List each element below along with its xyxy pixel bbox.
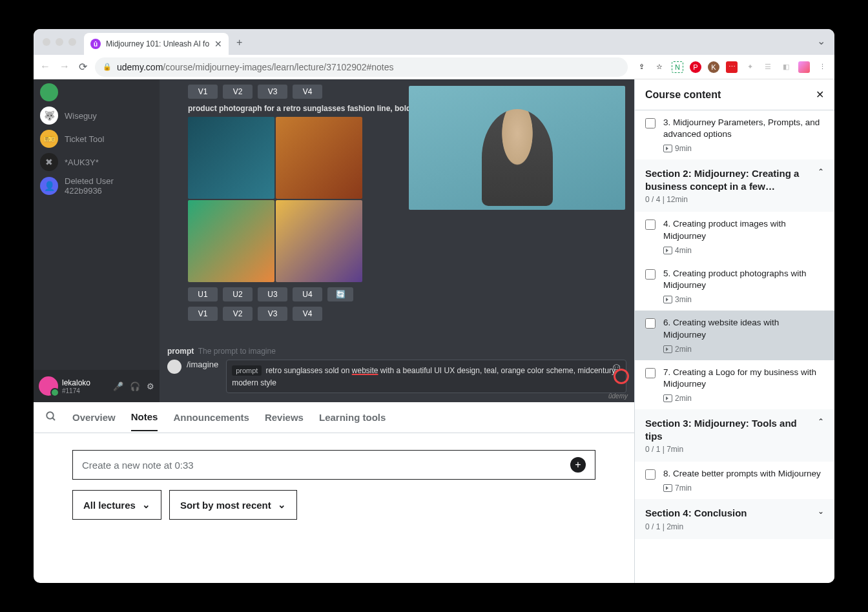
video-icon [663, 345, 672, 353]
chevron-down-icon: ⌄ [818, 507, 824, 516]
section-header[interactable]: Section 4: Conclusion⌄0 / 1 | 2min [635, 499, 834, 539]
lesson-duration: 3min [675, 295, 692, 304]
extension-k-icon[interactable]: K [708, 61, 719, 73]
lesson-title: 3. Midjourney Parameters, Prompts, and a… [663, 117, 824, 140]
tab-notes[interactable]: Notes [131, 403, 158, 431]
variation-button[interactable]: V2 [223, 85, 253, 99]
video-icon [663, 484, 672, 492]
discord-member-list: 🐺Wiseguy 🎫Ticket Tool ✖*AUK3Y* 👤Deleted … [34, 79, 160, 402]
browser-tab[interactable]: û Midjourney 101: Unleash AI fo ✕ [84, 33, 229, 55]
lesson-item[interactable]: 4. Creating product images with Midjourn… [635, 212, 834, 261]
prompt-tag: prompt [232, 365, 262, 376]
member-item[interactable]: 🎫Ticket Tool [34, 127, 160, 150]
lesson-checkbox[interactable] [645, 368, 656, 378]
reading-list-icon[interactable]: ☰ [762, 61, 774, 73]
lesson-duration: 9min [675, 144, 692, 153]
lesson-item[interactable]: 8. Create better prompts with Midjourney… [635, 462, 834, 499]
new-tab-button[interactable]: + [236, 37, 242, 48]
svg-point-0 [46, 412, 54, 419]
lesson-title: 6. Creating website ideas with Midjourne… [663, 317, 824, 340]
profile-avatar[interactable] [798, 61, 810, 73]
midjourney-grid[interactable] [188, 117, 362, 282]
notes-panel: Create a new note at 0:33 + All lectures… [34, 433, 634, 536]
url-domain: udemy.com [117, 62, 163, 72]
upscale-button[interactable]: U4 [293, 287, 322, 301]
upscale-button[interactable]: U2 [223, 287, 253, 301]
member-item[interactable]: 👤Deleted User 422b9936 [34, 174, 160, 198]
lesson-title: 4. Creating product images with Midjourn… [663, 218, 824, 241]
video-icon [663, 247, 672, 254]
back-button[interactable]: ← [40, 61, 50, 73]
tab-announcements[interactable]: Announcements [173, 404, 249, 431]
discord-user-panel: lekaloko #1174 🎤 🎧 ⚙ [34, 370, 160, 402]
section-title: Section 2: Midjourney: Creating a busine… [645, 167, 812, 192]
video-icon [663, 145, 672, 152]
filter-lectures-dropdown[interactable]: All lectures ⌄ [72, 490, 161, 520]
lesson-checkbox[interactable] [645, 318, 656, 329]
variation-button[interactable]: V1 [188, 307, 218, 321]
lesson-duration: 4min [675, 246, 692, 255]
tab-overflow-icon[interactable]: ⌄ [817, 35, 825, 47]
video-icon [663, 394, 672, 402]
lesson-checkbox[interactable] [645, 269, 656, 280]
variation-button[interactable]: V2 [223, 307, 253, 321]
settings-gear-icon[interactable]: ⚙ [147, 382, 154, 391]
variation-button[interactable]: V3 [258, 307, 287, 321]
window-controls[interactable] [43, 38, 76, 46]
tab-learning-tools[interactable]: Learning tools [319, 404, 386, 431]
lesson-item[interactable]: 7. Creating a Logo for my business with … [635, 360, 834, 409]
new-note-input[interactable]: Create a new note at 0:33 + [72, 450, 595, 480]
lesson-checkbox[interactable] [645, 469, 656, 480]
section-header[interactable]: Section 2: Midjourney: Creating a busine… [635, 159, 834, 212]
lesson-duration: 2min [675, 394, 692, 403]
extension-n-icon[interactable]: N [672, 61, 683, 73]
upscale-button[interactable]: U1 [188, 287, 218, 301]
video-icon [663, 296, 672, 303]
member-item[interactable]: ✖*AUK3Y* [34, 150, 160, 174]
chrome-menu-icon[interactable]: ⋮ [816, 61, 828, 73]
lesson-item[interactable]: 5. Creating product photographs with Mid… [635, 261, 834, 311]
member-item[interactable]: 🐺Wiseguy [34, 104, 160, 127]
lesson-checkbox[interactable] [645, 118, 656, 128]
user-avatar[interactable] [39, 376, 58, 396]
lock-icon: 🔒 [103, 63, 112, 71]
tab-reviews[interactable]: Reviews [265, 404, 304, 431]
extension-red-icon[interactable]: ⋯ [726, 61, 738, 73]
udemy-favicon: û [90, 39, 101, 49]
discord-input-area: prompt The prompt to imagine /imagine pr… [160, 342, 634, 402]
variation-button[interactable]: V4 [293, 85, 322, 99]
course-content-title: Course content [645, 89, 721, 101]
side-panel-icon[interactable]: ◧ [780, 61, 792, 73]
url-path: /course/midjourney-images/learn/lecture/… [163, 62, 393, 72]
extensions-puzzle-icon[interactable]: ✦ [744, 61, 756, 73]
bookmark-icon[interactable]: ☆ [654, 61, 665, 73]
variation-button[interactable]: V1 [188, 85, 218, 99]
mic-icon[interactable]: 🎤 [113, 382, 123, 391]
variation-button[interactable]: V3 [258, 85, 287, 99]
reroll-button[interactable]: 🔄 [327, 287, 353, 301]
headphones-icon[interactable]: 🎧 [130, 382, 140, 391]
section-header[interactable]: Section 3: Midjourney: Tools and tips⌃0 … [635, 409, 834, 462]
browser-tab-strip: û Midjourney 101: Unleash AI fo ✕ + ⌄ [34, 29, 834, 55]
add-note-button[interactable]: + [570, 457, 586, 473]
lesson-item[interactable]: 6. Creating website ideas with Midjourne… [635, 311, 834, 360]
filter-sort-dropdown[interactable]: Sort by most recent ⌄ [169, 490, 297, 520]
prompt-input[interactable]: promptretro sunglasses sold on website w… [226, 360, 626, 393]
video-player[interactable]: 🐺Wiseguy 🎫Ticket Tool ✖*AUK3Y* 👤Deleted … [34, 79, 634, 402]
close-tab-icon[interactable]: ✕ [214, 39, 222, 49]
reload-button[interactable]: ⟳ [79, 61, 87, 73]
pinterest-icon[interactable]: P [690, 61, 701, 73]
search-icon[interactable] [45, 411, 57, 425]
imagine-command: /imagine [187, 360, 218, 369]
upscale-button[interactable]: U3 [258, 287, 287, 301]
variation-button[interactable]: V4 [293, 307, 322, 321]
address-bar[interactable]: 🔒 udemy.com/course/midjourney-images/lea… [95, 57, 628, 77]
close-sidebar-button[interactable]: ✕ [816, 88, 824, 101]
tab-overview[interactable]: Overview [72, 404, 116, 431]
lesson-checkbox[interactable] [645, 219, 656, 230]
share-icon[interactable]: ⇪ [636, 61, 647, 73]
lesson-item[interactable]: 3. Midjourney Parameters, Prompts, and a… [635, 110, 834, 159]
member-item[interactable] [34, 81, 160, 104]
lesson-title: 8. Create better prompts with Midjourney [663, 468, 824, 480]
note-placeholder: Create a new note at 0:33 [82, 460, 194, 471]
